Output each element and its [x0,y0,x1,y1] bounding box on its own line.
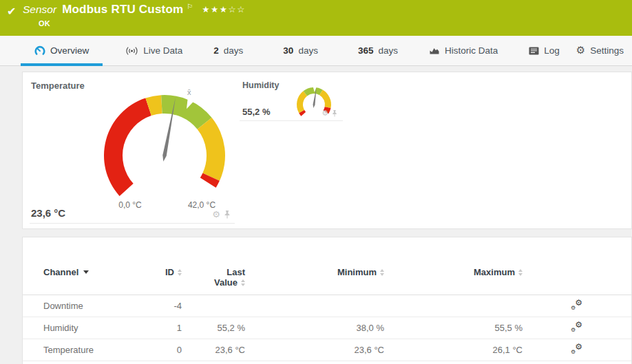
temperature-gauge-cell: Temperature x̄ 0,0 °C 42,0 °C 23,6 °C ⚙ [30,72,235,224]
tab-label: Historic Data [445,45,498,56]
tab-live-data[interactable]: Live Data [112,36,196,65]
gauge-min-label: 0,0 °C [107,200,154,210]
mean-marker: x̄ [187,88,191,96]
live-signal-icon [125,46,138,56]
gauge-icon [34,45,45,56]
channel-last-value: 23,6 °C [31,207,65,219]
column-header-last-value[interactable]: Last Value [182,267,245,295]
column-label: Last [227,267,245,277]
priority-stars[interactable]: ★★★☆☆ [202,4,246,14]
tab-number: 30 [283,45,293,56]
channel-title: Humidity [242,81,279,90]
status-badge: OK [39,19,50,28]
sort-desc-icon [83,270,89,274]
gauge-cell-actions: ⚙ [322,109,337,117]
tab-30-days[interactable]: 30 days [269,36,332,65]
sensor-title-row: Sensor Modbus RTU Custom ⚐ ★★★☆☆ [23,3,246,17]
channel-name: Humidity [43,323,140,333]
tab-label: days [224,45,244,56]
tab-settings[interactable]: ⚙ Settings [573,36,626,65]
gauge-max-label: 42,0 °C [178,200,225,210]
channel-name: Downtime [43,301,140,311]
tab-log[interactable]: Log [515,36,573,65]
channel-minimum: 23,6 °C [245,345,384,355]
channel-title: Temperature [31,81,85,91]
tab-overview[interactable]: Overview [21,36,103,65]
column-label: Minimum [337,267,377,277]
channel-id: -4 [140,301,182,311]
channel-gear-icon[interactable]: ⚙ [322,109,328,117]
humidity-gauge-cell: Humidity 55,2 % ⚙ [240,72,343,121]
priority-flag-icon: ⚐ [187,3,193,10]
tab-label: Live Data [143,45,182,56]
tab-label: Log [544,45,560,56]
stars-empty[interactable]: ☆☆ [228,4,245,14]
tab-label: days [298,45,318,56]
sensor-name: Modbus RTU Custom [62,3,183,17]
stars-filled[interactable]: ★★★ [202,4,228,14]
column-header-id[interactable]: ID [140,267,182,295]
channel-last-value: 55,2 % [182,323,245,333]
tab-bar: Overview Live Data 2 days 30 days 365 da… [0,36,632,66]
column-header-channel[interactable]: Channel [43,267,140,295]
ok-check-icon: ✔ [7,5,16,18]
tab-label: Settings [590,45,624,56]
tab-label: days [378,45,398,56]
column-label: Channel [43,267,78,277]
prtg-sensor-page: ✔ Sensor Modbus RTU Custom ⚐ ★★★☆☆ OK Ov… [0,0,632,364]
pin-icon[interactable] [224,211,231,219]
channels-table-panel: Channel ID Last Value Minimum Maximum [22,237,632,364]
column-label: Value [214,277,238,288]
gauge-cell-actions: ⚙ [212,210,231,219]
table-row-downtime: Downtime -4 ⚙⚙ [23,295,631,317]
gear-icon: ⚙ [576,45,585,56]
column-header-maximum[interactable]: Maximum [384,267,523,295]
channel-name: Temperature [43,345,140,355]
channel-settings-button[interactable]: ⚙⚙ [571,300,582,310]
table-row-temperature: Temperature 0 23,6 °C 23,6 °C 26,1 °C ⚙⚙ [23,339,631,361]
tab-2-days[interactable]: 2 days [200,36,257,65]
table-row-humidity: Humidity 1 55,2 % 38,0 % 55,5 % ⚙⚙ [23,317,631,339]
tab-number: 2 [213,45,219,56]
channel-maximum: 26,1 °C [384,345,523,355]
channel-gear-icon[interactable]: ⚙ [212,210,220,219]
column-header-minimum[interactable]: Minimum [245,267,384,295]
gauges-panel: Temperature x̄ 0,0 °C 42,0 °C 23,6 °C ⚙ … [22,72,632,229]
channel-id: 1 [140,323,182,333]
tab-365-days[interactable]: 365 days [344,36,412,65]
column-label: Maximum [474,267,515,277]
channel-last-value: 23,6 °C [182,345,245,355]
channel-settings-button[interactable]: ⚙⚙ [571,344,582,354]
pin-icon[interactable] [332,110,337,117]
tab-label: Overview [50,45,89,56]
temperature-gauge [103,87,233,211]
channel-settings-button[interactable]: ⚙⚙ [571,322,582,332]
log-list-icon [529,47,539,55]
channel-last-value: 55,2 % [242,107,270,117]
tab-historic-data[interactable]: Historic Data [415,36,512,65]
channel-minimum: 38,0 % [245,323,384,333]
area-chart-icon [429,46,440,55]
channel-id: 0 [140,345,182,355]
object-kind-label: Sensor [23,3,56,16]
tab-number: 365 [358,45,374,56]
sensor-status-bar: ✔ Sensor Modbus RTU Custom ⚐ ★★★☆☆ OK [0,0,632,36]
column-label: ID [165,267,174,277]
channel-maximum: 55,5 % [384,323,523,333]
table-header-row: Channel ID Last Value Minimum Maximum [23,237,631,295]
